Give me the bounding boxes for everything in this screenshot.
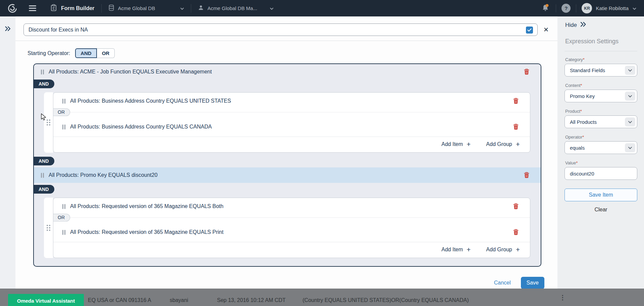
expression-row-acme[interactable]: All Products: ACME - Job Function EQUALS… xyxy=(34,64,541,78)
expression-name-box xyxy=(23,23,538,36)
table-cell-name: EQ USA or CAN 091316 A xyxy=(88,297,151,303)
delete-row-button[interactable] xyxy=(513,229,519,235)
operator-and-button[interactable]: AND xyxy=(75,48,97,58)
collapsed-sidebar xyxy=(0,16,15,289)
and-operator-badge: AND xyxy=(33,157,54,165)
starting-operator-toggle: AND OR xyxy=(75,48,115,58)
nav-divider xyxy=(556,4,556,12)
expression-row-text: All Products: Business Address Country E… xyxy=(70,124,513,130)
expression-row-text: All Products: Business Address Country E… xyxy=(70,98,513,104)
cancel-button[interactable]: Cancel xyxy=(494,280,511,286)
audience-selector[interactable]: Acme Global DB Ma... xyxy=(198,5,274,12)
database-selector-label: Acme Global DB xyxy=(118,5,176,11)
operator-or-button[interactable]: OR xyxy=(97,48,115,58)
top-navbar: Form Builder Acme Global DB Acme Global … xyxy=(0,0,644,16)
expand-sidebar-button[interactable] xyxy=(5,27,11,33)
add-item-button[interactable]: Add Item+ xyxy=(441,247,471,253)
expression-group: All Products: ACME - Job Function EQUALS… xyxy=(33,63,541,267)
drag-handle-icon[interactable] xyxy=(62,230,65,235)
product-select[interactable]: All Products xyxy=(565,115,637,128)
plus-icon: + xyxy=(467,142,471,147)
chevron-down-icon xyxy=(270,5,274,11)
content-select[interactable]: Promo Key xyxy=(565,90,637,102)
operator-label: Operator* xyxy=(565,135,637,140)
user-name: Katie Robilotta xyxy=(596,5,629,11)
hide-panel-button[interactable]: Hide xyxy=(565,21,637,29)
drag-handle-icon[interactable] xyxy=(62,99,65,104)
plus-icon: + xyxy=(516,247,520,252)
operator-select[interactable]: equals xyxy=(565,141,637,154)
drag-handle-icon[interactable] xyxy=(41,69,44,74)
chevron-down-icon xyxy=(625,66,635,75)
kebab-menu-icon: ⋮ xyxy=(559,294,566,301)
expression-settings-panel: Hide Expression Settings Category* Stand… xyxy=(557,16,644,289)
hamburger-menu-icon[interactable] xyxy=(29,5,36,11)
delete-row-button[interactable] xyxy=(524,172,529,178)
add-group-button[interactable]: Add Group+ xyxy=(486,141,520,147)
double-chevron-right-icon xyxy=(580,21,587,29)
add-group-button[interactable]: Add Group+ xyxy=(486,247,520,253)
delete-row-button[interactable] xyxy=(513,98,519,104)
expression-name-input[interactable] xyxy=(24,24,537,36)
user-menu[interactable]: KR Katie Robilotta xyxy=(582,3,637,13)
clear-button[interactable]: Clear xyxy=(594,207,607,213)
person-icon xyxy=(198,5,204,12)
save-button[interactable]: Save xyxy=(521,277,544,289)
and-operator-badge: AND xyxy=(33,80,54,88)
expression-row-text: All Products: ACME - Job Function EQUALS… xyxy=(49,69,524,75)
delete-row-button[interactable] xyxy=(513,124,519,130)
category-label: Category* xyxy=(565,57,637,62)
drag-dots-icon xyxy=(47,225,50,231)
or-operator-badge: OR xyxy=(53,108,70,116)
nav-divider xyxy=(576,4,576,12)
plus-icon: + xyxy=(516,142,520,147)
expression-row-country-us[interactable]: All Products: Business Address Country E… xyxy=(53,93,530,106)
add-item-button[interactable]: Add Item+ xyxy=(441,141,471,147)
avatar: KR xyxy=(582,3,592,13)
expression-row-promo-selected[interactable]: All Products: Promo Key EQUALS discount2… xyxy=(34,167,541,183)
table-cell-date: Sep 13, 2016 10:12 AM CDT xyxy=(217,297,286,303)
content-label: Content* xyxy=(565,83,637,88)
plus-icon: + xyxy=(467,247,471,252)
drag-handle-icon[interactable] xyxy=(41,173,44,178)
table-cell-user: sbayani xyxy=(170,297,188,303)
delete-row-button[interactable] xyxy=(524,69,529,75)
value-label: Value* xyxy=(565,160,637,165)
category-select[interactable]: Standard Fields xyxy=(565,64,637,76)
clipboard-icon xyxy=(50,4,57,13)
value-input[interactable] xyxy=(565,167,637,180)
page: Form Builder Acme Global DB Acme Global … xyxy=(0,0,644,306)
nav-app-form-builder[interactable]: Form Builder xyxy=(50,4,95,13)
product-label: Product* xyxy=(565,109,637,114)
and-operator-badge: AND xyxy=(33,185,54,194)
help-button[interactable]: ? xyxy=(561,4,571,13)
database-selector[interactable]: Acme Global DB xyxy=(108,4,184,12)
group-drag-handle[interactable] xyxy=(44,198,53,258)
expression-subgroup: All Products: Requested version of 365 M… xyxy=(53,198,530,258)
panel-title: Expression Settings xyxy=(565,38,637,45)
divider xyxy=(70,217,530,218)
expression-row-magazine-both[interactable]: All Products: Requested version of 365 M… xyxy=(53,198,530,211)
nav-divider xyxy=(101,4,102,13)
divider xyxy=(70,112,530,112)
or-operator-badge: OR xyxy=(53,214,70,221)
omeda-logo-icon[interactable] xyxy=(7,3,17,13)
audience-selector-label: Acme Global DB Ma... xyxy=(208,5,266,11)
expression-row-magazine-print[interactable]: All Products: Requested version of 365 M… xyxy=(53,224,530,237)
save-item-button[interactable]: Save Item xyxy=(565,189,637,201)
expression-row-country-canada[interactable]: All Products: Business Address Country E… xyxy=(53,118,530,132)
group-drag-handle[interactable] xyxy=(44,92,53,153)
expression-row-text: All Products: Requested version of 365 M… xyxy=(70,229,513,235)
expression-row-text: All Products: Promo Key EQUALS discount2… xyxy=(49,172,524,178)
virtual-assistant-button[interactable]: Omeda Virtual Assistant xyxy=(8,294,84,306)
divider xyxy=(565,51,637,51)
delete-row-button[interactable] xyxy=(513,203,519,209)
notifications-button[interactable] xyxy=(540,3,550,14)
chevron-down-icon xyxy=(180,5,184,11)
close-icon[interactable]: ✕ xyxy=(542,27,550,33)
starting-operator-label: Starting Operator: xyxy=(28,50,70,56)
name-checkbox[interactable] xyxy=(526,27,533,34)
drag-handle-icon[interactable] xyxy=(62,124,65,130)
table-cell-expression: (Country EQUALS UNITED STATES)OR(Country… xyxy=(303,297,469,303)
drag-handle-icon[interactable] xyxy=(62,204,65,209)
